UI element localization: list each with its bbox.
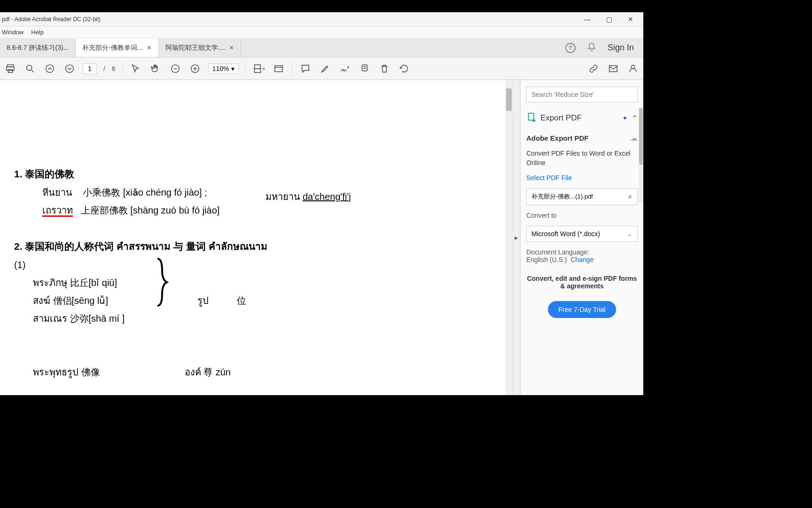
svg-rect-15 bbox=[362, 64, 367, 71]
close-button[interactable]: ✕ bbox=[620, 13, 641, 26]
scrollbar[interactable] bbox=[505, 80, 513, 395]
read-mode-icon[interactable] bbox=[272, 62, 285, 75]
export-pdf-header[interactable]: Export PDF ✦ ⌃ bbox=[526, 109, 638, 127]
star-icon: ✦ bbox=[622, 114, 628, 122]
heading-1: 1. 泰国的佛教 bbox=[14, 165, 499, 183]
text: พระภิกษุ 比丘[bǐ qiū] bbox=[14, 274, 499, 292]
tab-label: 补充部分-佛教单词... bbox=[82, 44, 142, 52]
page-total: 6 bbox=[112, 65, 116, 72]
svg-rect-18 bbox=[529, 113, 534, 120]
print-icon[interactable] bbox=[4, 62, 17, 75]
fit-width-icon[interactable]: ▾ bbox=[252, 62, 265, 75]
tabbar-right: ? Sign In bbox=[556, 39, 643, 57]
link-icon[interactable] bbox=[587, 62, 600, 75]
document-pane[interactable]: 1. 泰国的佛教 หีนยาน 小乘佛教 [xiǎo chéng fó jiào… bbox=[0, 80, 513, 395]
svg-line-4 bbox=[31, 70, 34, 72]
format-select[interactable]: Microsoft Word (*.docx) ⌄ bbox=[526, 226, 638, 242]
text: หีนยาน bbox=[42, 187, 72, 198]
menu-help[interactable]: Help bbox=[31, 29, 44, 36]
tools-panel: Export PDF ✦ ⌃ Adobe Export PDF ☁ Conver… bbox=[520, 80, 643, 395]
rotate-icon[interactable] bbox=[398, 62, 411, 75]
chevron-down-icon: ▾ bbox=[231, 65, 234, 72]
zoom-in-icon[interactable] bbox=[188, 62, 202, 75]
help-icon[interactable]: ? bbox=[565, 43, 576, 53]
svg-point-6 bbox=[66, 64, 74, 72]
panel-scrollbar-thumb[interactable] bbox=[639, 108, 643, 165]
maximize-button[interactable]: ▢ bbox=[598, 13, 620, 26]
svg-point-17 bbox=[631, 65, 634, 68]
chevron-down-icon: ⌄ bbox=[627, 230, 632, 238]
zoom-select[interactable]: 110% ▾ bbox=[208, 64, 239, 74]
zoom-out-icon[interactable] bbox=[169, 62, 182, 75]
panel-collapse-button[interactable]: ▶ bbox=[513, 80, 520, 395]
file-name: 补充部分-佛教...(1).pdf bbox=[531, 192, 627, 201]
text-annotation[interactable]: มหายาน da'cheng'fi'j bbox=[265, 189, 351, 204]
sign-in-link[interactable]: Sign In bbox=[608, 43, 634, 53]
window-title: pdf - Adobe Acrobat Reader DC (32-bit) bbox=[2, 16, 577, 23]
change-link[interactable]: Change bbox=[570, 256, 593, 263]
doc-lang-label: Document Language: bbox=[526, 248, 638, 256]
bracket-annotation bbox=[155, 256, 169, 308]
page-down-icon[interactable] bbox=[63, 62, 76, 75]
text: 位 bbox=[237, 292, 246, 310]
zoom-value: 110% bbox=[212, 65, 229, 72]
remove-file-icon[interactable]: ✕ bbox=[627, 193, 632, 200]
svg-point-3 bbox=[27, 65, 32, 70]
window-controls: — ▢ ✕ bbox=[577, 13, 641, 26]
menu-window[interactable]: Window bbox=[2, 29, 23, 36]
text: รูป bbox=[197, 292, 209, 310]
svg-rect-2 bbox=[8, 69, 12, 72]
hand-tool-icon[interactable] bbox=[149, 62, 162, 75]
format-value: Microsoft Word (*.docx) bbox=[531, 230, 627, 238]
search-input[interactable] bbox=[526, 87, 638, 103]
page-up-icon[interactable] bbox=[43, 62, 56, 75]
heading-2: 2. 泰国和尚的人称代词 คำสรรพนาม 与 量词 คำลักษณนาม bbox=[14, 237, 499, 256]
tab-0[interactable]: 8.6-8.7 拼读练习(3)... bbox=[0, 39, 76, 57]
svg-rect-13 bbox=[274, 65, 282, 71]
menubar: Window Help bbox=[0, 26, 643, 39]
annotated-text: เถรวาท bbox=[42, 205, 73, 217]
toolbar: / 6 110% ▾ ▾ bbox=[0, 57, 643, 80]
highlight-icon[interactable] bbox=[319, 62, 332, 75]
text: da'cheng'fi'j bbox=[303, 191, 351, 202]
promo-text: Convert, edit and e-sign PDF forms & agr… bbox=[526, 275, 638, 290]
tab-1[interactable]: 补充部分-佛教单词... ✕ bbox=[76, 39, 158, 57]
titlebar: pdf - Adobe Acrobat Reader DC (32-bit) —… bbox=[0, 12, 643, 26]
close-icon[interactable]: ✕ bbox=[147, 44, 152, 51]
text: องค์ 尊 zūn bbox=[185, 363, 231, 381]
page-sep: / bbox=[103, 65, 105, 72]
doc-lang-value: English (U.S.) bbox=[526, 256, 567, 263]
select-file-label: Select PDF File bbox=[526, 174, 638, 182]
export-icon bbox=[526, 112, 537, 124]
adobe-export-title: Adobe Export PDF bbox=[526, 134, 626, 142]
bell-icon[interactable] bbox=[587, 42, 596, 54]
scrollbar-thumb[interactable] bbox=[506, 88, 512, 111]
account-icon[interactable] bbox=[626, 62, 640, 75]
close-icon[interactable]: ✕ bbox=[229, 44, 234, 51]
email-icon[interactable] bbox=[607, 62, 620, 75]
svg-point-5 bbox=[46, 64, 54, 72]
export-label: Export PDF bbox=[540, 113, 618, 123]
text: (1) bbox=[14, 256, 499, 274]
tab-label: 阿瑜陀耶王朝文学.... bbox=[165, 44, 226, 52]
comment-icon[interactable] bbox=[299, 62, 312, 75]
select-tool-icon[interactable] bbox=[129, 62, 142, 75]
sign-icon[interactable] bbox=[338, 62, 351, 75]
cloud-icon: ☁ bbox=[630, 134, 638, 143]
page-number-input[interactable] bbox=[83, 63, 97, 74]
selected-file[interactable]: 补充部分-佛教...(1).pdf ✕ bbox=[526, 188, 638, 205]
search-icon[interactable] bbox=[23, 62, 37, 75]
tab-label: 8.6-8.7 拼读练习(3)... bbox=[7, 44, 69, 52]
delete-icon[interactable] bbox=[378, 62, 391, 75]
convert-to-label: Convert to bbox=[526, 212, 638, 219]
stamp-icon[interactable] bbox=[358, 62, 371, 75]
tabbar: 8.6-8.7 拼读练习(3)... 补充部分-佛教单词... ✕ 阿瑜陀耶王朝… bbox=[0, 39, 643, 57]
text: มหายาน bbox=[265, 191, 300, 202]
text: 上座部佛教 [shàng zuò bù fó jiào] bbox=[81, 205, 220, 215]
trial-button[interactable]: Free 7-Day Trial bbox=[548, 301, 616, 318]
tab-2[interactable]: 阿瑜陀耶王朝文学.... ✕ bbox=[159, 39, 242, 57]
chevron-up-icon: ⌃ bbox=[632, 114, 638, 123]
minimize-button[interactable]: — bbox=[577, 13, 598, 26]
document-content: 1. 泰国的佛教 หีนยาน 小乘佛教 [xiǎo chéng fó jiào… bbox=[0, 80, 513, 395]
text: สงฆ์ 僧侣[sēng lǚ] bbox=[33, 292, 108, 310]
